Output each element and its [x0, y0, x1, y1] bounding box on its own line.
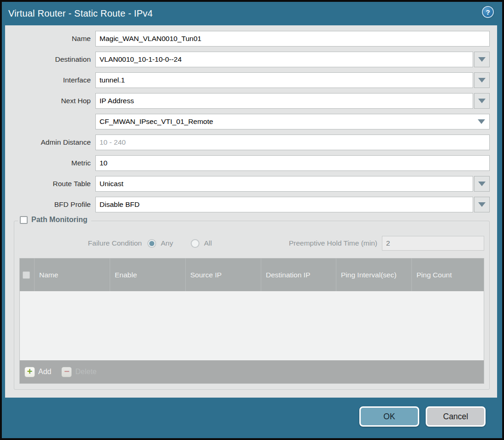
form-row-interface: Interface — [5, 72, 490, 88]
route-table-input[interactable] — [95, 176, 473, 192]
path-monitoring-checkbox[interactable] — [20, 216, 28, 224]
form-row-next-hop-address: CF_MWAN_IPsec_VTI_01_Remote — [5, 114, 490, 129]
table-body-empty — [20, 291, 484, 360]
titlebar: Virtual Router - Static Route - IPv4 ? — [2, 2, 502, 25]
radio-icon — [191, 239, 199, 248]
path-monitoring-title: Path Monitoring — [31, 216, 88, 224]
failure-condition-any-radio[interactable]: Any — [147, 239, 173, 248]
add-button-label: Add — [38, 368, 51, 376]
delete-button-label: Delete — [75, 368, 96, 376]
plus-icon: + — [24, 367, 35, 377]
col-header-ping-count[interactable]: Ping Count — [412, 258, 484, 291]
name-label: Name — [5, 35, 95, 43]
failure-condition-row: Failure Condition Any All Preemptive Hol… — [19, 236, 484, 251]
bottom-action-bar: OK Cancel — [2, 398, 502, 438]
minus-icon: − — [61, 367, 72, 377]
metric-label: Metric — [5, 159, 95, 167]
form-row-metric: Metric — [5, 155, 490, 171]
dialog-title: Virtual Router - Static Route - IPv4 — [2, 8, 153, 19]
col-header-ping-interval[interactable]: Ping Interval(sec) — [336, 258, 412, 291]
ok-button[interactable]: OK — [359, 406, 419, 427]
radio-label-any: Any — [161, 239, 173, 247]
path-monitoring-section: Path Monitoring Failure Condition Any Al… — [14, 221, 490, 390]
help-icon[interactable]: ? — [482, 6, 494, 18]
bfd-profile-input[interactable] — [95, 197, 473, 212]
chevron-down-icon — [478, 202, 486, 207]
chevron-down-icon — [478, 99, 486, 103]
table-footer: + Add − Delete — [20, 360, 484, 383]
hold-time-input[interactable] — [382, 236, 484, 251]
cancel-button[interactable]: Cancel — [426, 406, 486, 427]
radio-label-all: All — [204, 239, 212, 247]
failure-condition-radio-group: Any All — [147, 239, 212, 248]
name-input[interactable] — [95, 31, 490, 47]
bfd-profile-label: BFD Profile — [5, 200, 95, 209]
col-header-enable[interactable]: Enable — [110, 258, 186, 291]
next-hop-address-dropdown-button[interactable] — [474, 119, 489, 124]
interface-input[interactable] — [95, 72, 473, 88]
next-hop-dropdown-button[interactable] — [474, 93, 490, 109]
route-table-dropdown-button[interactable] — [474, 176, 490, 192]
next-hop-label: Next Hop — [5, 97, 95, 105]
failure-condition-label: Failure Condition — [19, 239, 147, 247]
next-hop-address-value: CF_MWAN_IPsec_VTI_01_Remote — [96, 117, 474, 126]
form-row-admin-distance: Admin Distance — [5, 135, 490, 150]
chevron-down-icon — [478, 182, 486, 186]
admin-distance-label: Admin Distance — [5, 138, 95, 147]
path-monitoring-table: Name Enable Source IP Destination IP Pin… — [19, 258, 484, 384]
form-row-route-table: Route Table — [5, 176, 490, 192]
form-row-destination: Destination — [5, 52, 490, 67]
delete-button[interactable]: − Delete — [61, 367, 96, 377]
bfd-profile-dropdown-button[interactable] — [474, 197, 490, 212]
col-header-name[interactable]: Name — [35, 258, 110, 291]
add-button[interactable]: + Add — [24, 367, 51, 377]
next-hop-input[interactable] — [95, 93, 473, 109]
destination-input[interactable] — [95, 52, 473, 67]
radio-icon — [147, 239, 156, 248]
route-table-label: Route Table — [5, 180, 95, 188]
chevron-down-icon — [478, 119, 485, 124]
hold-time-wrap: Preemptive Hold Time (min) — [289, 236, 484, 251]
col-header-destination-ip[interactable]: Destination IP — [261, 258, 336, 291]
form-row-next-hop: Next Hop — [5, 93, 490, 109]
form-row-bfd-profile: BFD Profile — [5, 197, 490, 212]
chevron-down-icon — [478, 78, 486, 82]
select-all-checkbox[interactable] — [23, 271, 30, 279]
chevron-down-icon — [478, 57, 486, 62]
table-header: Name Enable Source IP Destination IP Pin… — [20, 258, 484, 291]
form-row-name: Name — [5, 31, 490, 47]
interface-dropdown-button[interactable] — [474, 72, 490, 88]
admin-distance-input[interactable] — [95, 135, 490, 150]
hold-time-label: Preemptive Hold Time (min) — [289, 239, 377, 247]
destination-dropdown-button[interactable] — [474, 52, 490, 67]
interface-label: Interface — [5, 76, 95, 84]
path-monitoring-legend: Path Monitoring — [18, 216, 91, 224]
next-hop-address-combo[interactable]: CF_MWAN_IPsec_VTI_01_Remote — [95, 114, 490, 129]
dialog-virtual-router-static-route: Virtual Router - Static Route - IPv4 ? N… — [2, 2, 502, 438]
destination-label: Destination — [5, 55, 95, 64]
metric-input[interactable] — [95, 155, 490, 171]
dialog-content: Name Destination Interface Next Hop — [5, 25, 497, 398]
col-header-source-ip[interactable]: Source IP — [186, 258, 261, 291]
failure-condition-all-radio[interactable]: All — [191, 239, 212, 248]
select-all-cell — [20, 258, 35, 291]
